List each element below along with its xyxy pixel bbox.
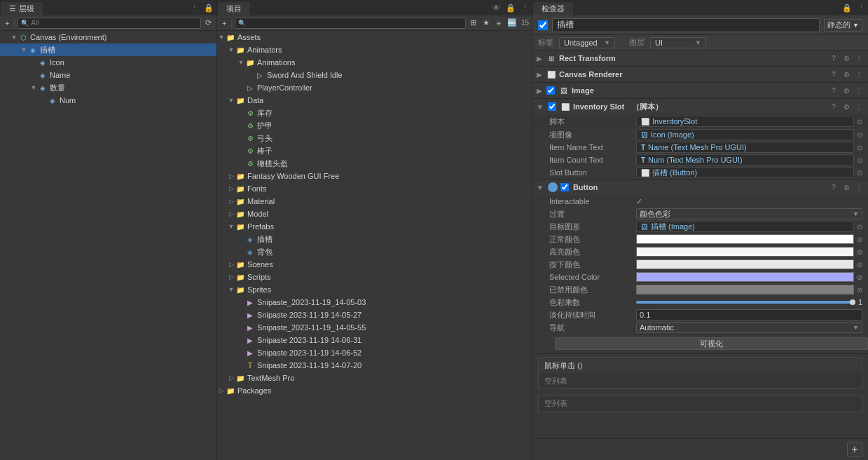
item-name-pick-btn[interactable]: ⊙ [857, 144, 862, 151]
tree-item-scripts[interactable]: ▷ 📁 Scripts [217, 271, 532, 283]
hierarchy-panel-lock[interactable]: 🔒 [201, 4, 216, 13]
btn-help-btn[interactable]: ? [829, 182, 839, 192]
目标图形-ref[interactable]: 🖼 插槽 (Image) [636, 221, 854, 232]
canvas-menu-btn[interactable]: ⋮ [854, 69, 864, 79]
tree-item-snipaste6[interactable]: T Snipaste 2023-11-19 14-07-20 [217, 359, 532, 372]
target-pick-btn[interactable]: ⊙ [857, 223, 862, 231]
hierarchy-search[interactable]: 🔍 [18, 18, 201, 29]
tree-item-canvas-env[interactable]: ▼ ⬡ Canvas (Environment) [0, 31, 216, 43]
tree-item-fonts[interactable]: ▷ 📁 Fonts [217, 182, 532, 195]
tree-item-name[interactable]: ◈ Name [0, 69, 216, 81]
tree-item-player-ctrl[interactable]: ▷ PlayerController [217, 81, 532, 94]
rect-menu-btn[interactable]: ⋮ [854, 53, 864, 63]
项图像-pick-btn[interactable]: ⊙ [857, 131, 862, 139]
tree-item-库存[interactable]: ⚙ 库存 [217, 107, 532, 119]
tree-item-prefabs[interactable]: ▼ 📁 Prefabs [217, 220, 532, 233]
tree-item-插槽[interactable]: ▼ ◈ 插槽 [0, 43, 216, 56]
active-checkbox[interactable] [538, 20, 548, 30]
导航-dropdown[interactable]: Automatic ▼ [636, 322, 862, 333]
tree-item-数量[interactable]: ▼ ◈ 数量 [0, 81, 216, 94]
item-count-pick-btn[interactable]: ⊙ [857, 156, 862, 164]
hierarchy-add-btn[interactable]: + [3, 18, 11, 28]
tree-item-snipaste3[interactable]: ▶ Snipaste_2023-11-19_14-05-55 [217, 321, 532, 334]
project-add-btn[interactable]: + [220, 18, 228, 28]
item-name-text-ref[interactable]: T Name (Text Mesh Pro UGUI) [636, 142, 854, 153]
selected-color-swatch[interactable] [636, 272, 854, 282]
tree-item-model[interactable]: ▷ 📁 Model [217, 208, 532, 220]
tree-item-背包[interactable]: ◈ 背包 [217, 245, 532, 258]
image-settings-btn[interactable]: ⚙ [841, 86, 851, 95]
inspector-panel-menu[interactable]: ⋮ [855, 4, 868, 13]
按下颜色-pick[interactable]: ⊘ [857, 261, 862, 269]
tree-item-material[interactable]: ▷ 📁 Material [217, 195, 532, 208]
tree-item-packages[interactable]: ▷ 📁 Packages [217, 384, 532, 397]
image-menu-btn[interactable]: ⋮ [854, 86, 864, 95]
rect-transform-header[interactable]: ▶ ⊞ Rect Transform ? ⚙ ⋮ [532, 50, 868, 66]
canvas-settings-btn[interactable]: ⚙ [841, 69, 851, 79]
淡化持续时间-input[interactable]: 0.1 [636, 309, 862, 320]
tree-item-棒子[interactable]: ⚙ 棒子 [217, 144, 532, 157]
project-tab[interactable]: 项目 [217, 1, 251, 15]
slot-btn-pick-btn[interactable]: ⊙ [857, 169, 862, 177]
hierarchy-panel-menu[interactable]: ⋮ [188, 4, 201, 13]
tree-item-scenes[interactable]: ▷ 📁 Scenes [217, 258, 532, 271]
过渡-dropdown[interactable]: 颜色色彩 ▼ [636, 208, 862, 219]
project-search[interactable]: 🔍 [235, 18, 466, 29]
canvas-help-btn[interactable]: ? [829, 69, 839, 79]
image-header[interactable]: ▶ 🖼 Image ? ⚙ ⋮ [532, 83, 868, 98]
object-name-input[interactable] [552, 18, 820, 32]
tree-item-sprites[interactable]: ▼ 📁 Sprites [217, 283, 532, 296]
button-header[interactable]: ▼ Button ? ⚙ ⋮ [532, 180, 868, 195]
按下颜色-swatch[interactable] [636, 259, 854, 269]
inspector-tab[interactable]: 检查器 [532, 1, 574, 15]
mouse-click-header[interactable]: 鼠标单击 () [539, 358, 862, 373]
project-panel-lock[interactable]: 🔒 [503, 4, 518, 13]
inv-settings-btn[interactable]: ⚙ [841, 102, 851, 111]
item-count-text-ref[interactable]: T Num (Text Mesh Pro UGUI) [636, 154, 854, 165]
rect-settings-btn[interactable]: ⚙ [841, 53, 851, 63]
add-component-btn[interactable]: + [847, 442, 862, 457]
btn-settings-btn[interactable]: ⚙ [841, 182, 851, 192]
tree-item-animators[interactable]: ▼ 📁 Animators [217, 43, 532, 56]
hierarchy-refresh-btn[interactable]: ⟳ [203, 18, 214, 28]
project-filter-btn[interactable]: ≡ [494, 18, 502, 28]
rect-help-btn[interactable]: ? [829, 53, 839, 63]
tree-item-插槽-prefab[interactable]: ◈ 插槽 [217, 233, 532, 245]
tree-item-护甲[interactable]: ⚙ 护甲 [217, 119, 532, 132]
tree-item-橄榄头盔[interactable]: ⚙ 橄榄头盔 [217, 157, 532, 170]
project-panel-eye[interactable]: 👁 [490, 4, 503, 12]
tree-item-num[interactable]: ◈ Num [0, 94, 216, 107]
高亮颜色-swatch[interactable] [636, 247, 854, 257]
正常颜色-pick[interactable]: ⊘ [857, 236, 862, 243]
tree-item-snipaste2[interactable]: ▶ Snipaste 2023-11-19 14-05-27 [217, 309, 532, 321]
inspector-panel-lock[interactable]: 🔒 [839, 4, 855, 13]
tree-item-textmesh[interactable]: ▷ 📁 TextMesh Pro [217, 372, 532, 384]
tree-item-animations[interactable]: ▼ 📁 Animations [217, 56, 532, 69]
tree-item-data[interactable]: ▼ 📁 Data [217, 94, 532, 107]
inv-menu-btn[interactable]: ⋮ [854, 102, 864, 111]
project-size-btn[interactable]: 🔤 [505, 18, 519, 28]
高亮颜色-pick[interactable]: ⊘ [857, 248, 862, 256]
canvas-renderer-header[interactable]: ▶ ⬜ Canvas Renderer ? ⚙ ⋮ [532, 67, 868, 82]
slot-button-ref[interactable]: ⬜ 插槽 (Button) [636, 167, 854, 178]
static-dropdown[interactable]: 静态的 ▼ [824, 19, 862, 32]
色彩乘数-slider[interactable] [636, 301, 853, 304]
script-ref[interactable]: ⬜ InventorySlot [636, 116, 854, 127]
tree-item-snipaste4[interactable]: ▶ Snipaste 2023-11-19 14-06-31 [217, 334, 532, 346]
已禁用颜色-pick[interactable]: ⊘ [857, 286, 862, 294]
tree-item-assets[interactable]: ▼ 📁 Assets [217, 31, 532, 43]
正常颜色-swatch[interactable] [636, 234, 854, 244]
tree-item-snipaste1[interactable]: ▶ Snipaste_2023-11-19_14-05-03 [217, 296, 532, 309]
hierarchy-tab[interactable]: ☰ 层级 [0, 1, 43, 15]
script-pick-btn[interactable]: ⊙ [857, 118, 862, 126]
project-search-input[interactable] [248, 19, 462, 27]
inventory-slot-enabled-checkbox[interactable] [548, 102, 556, 111]
inventory-slot-header[interactable]: ▼ ⬜ Inventory Slot （脚本） ? ⚙ ⋮ [532, 99, 868, 114]
tag-dropdown[interactable]: Untagged ▼ [559, 37, 615, 48]
project-star-btn[interactable]: ★ [481, 18, 492, 28]
tree-item-icon[interactable]: ◈ Icon [0, 56, 216, 69]
inv-help-btn[interactable]: ? [829, 102, 839, 111]
tree-item-snipaste5[interactable]: ▶ Snipaste 2023-11-19 14-06-52 [217, 346, 532, 359]
tree-item-sword-shield[interactable]: ▷ Sword And Shield Idle [217, 69, 532, 81]
project-view-btn[interactable]: ⊞ [468, 18, 478, 28]
